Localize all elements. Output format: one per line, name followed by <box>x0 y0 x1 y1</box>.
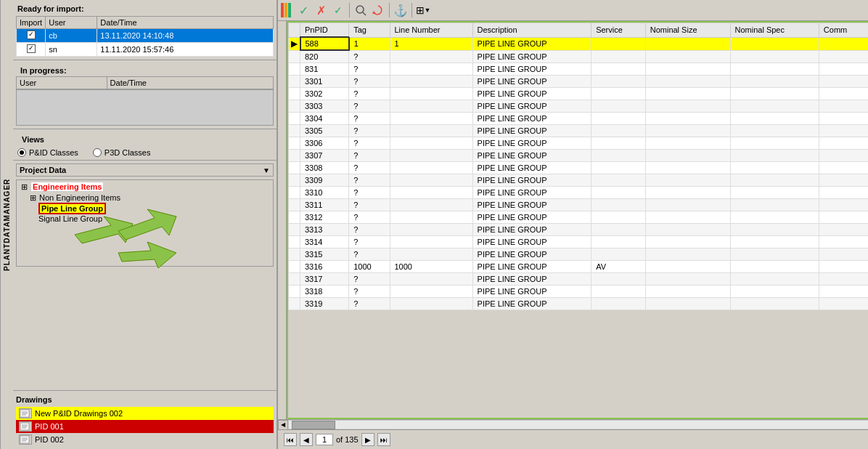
cell-line-number[interactable] <box>390 298 472 310</box>
cell-line-number[interactable] <box>390 76 472 88</box>
cell-tag[interactable]: ? <box>349 187 390 199</box>
cell-nominal-size[interactable] <box>645 199 730 211</box>
cell-pnpid[interactable]: 3306 <box>300 137 349 150</box>
cell-pnpid[interactable]: 3303 <box>300 100 349 113</box>
cell-nominal-spec[interactable] <box>730 174 819 187</box>
check-green-btn[interactable]: ✓ <box>295 2 311 18</box>
cell-pnpid[interactable]: 3317 <box>300 273 349 286</box>
cell-line-number[interactable] <box>390 187 472 199</box>
cell-line-number[interactable] <box>390 224 472 236</box>
views-radio-p3d[interactable]: P3D Classes <box>93 148 151 157</box>
cell-nominal-spec[interactable] <box>730 76 819 88</box>
cell-description[interactable]: PIPE LINE GROUP <box>472 150 591 162</box>
import-row[interactable]: cb 13.11.2020 14:10:48 <box>17 29 274 43</box>
cell-description[interactable]: PIPE LINE GROUP <box>472 162 591 174</box>
cell-line-number[interactable]: 1 <box>390 37 472 50</box>
table-row[interactable]: 3315 ? PIPE LINE GROUP <box>289 248 869 261</box>
cell-nominal-size[interactable] <box>645 174 730 187</box>
cell-nominal-spec[interactable] <box>730 37 819 50</box>
cell-nominal-spec[interactable] <box>730 187 819 199</box>
cell-nominal-size[interactable] <box>645 261 730 273</box>
table-row[interactable]: 3306 ? PIPE LINE GROUP <box>289 137 869 150</box>
cell-comm[interactable] <box>819 236 868 248</box>
table-row[interactable]: 3307 ? PIPE LINE GROUP <box>289 150 869 162</box>
cell-nominal-spec[interactable] <box>730 113 819 125</box>
pid-classes-radio[interactable] <box>17 148 26 157</box>
cell-service[interactable] <box>591 125 646 137</box>
cell-pnpid[interactable]: 3319 <box>300 298 349 310</box>
data-grid[interactable]: PnPID Tag Line Number Description Servic… <box>287 21 868 419</box>
cell-pnpid[interactable]: 3311 <box>300 199 349 211</box>
grid-dropdown-btn[interactable]: ⊞ ▼ <box>415 2 431 18</box>
cell-service[interactable] <box>591 76 646 88</box>
cell-comm[interactable] <box>819 224 868 236</box>
cell-line-number[interactable] <box>390 137 472 150</box>
cell-comm[interactable] <box>819 150 868 162</box>
cell-service[interactable] <box>591 224 646 236</box>
cell-tag[interactable]: ? <box>349 174 390 187</box>
cell-description[interactable]: PIPE LINE GROUP <box>472 37 591 50</box>
cell-service[interactable] <box>591 273 646 286</box>
cell-comm[interactable] <box>819 88 868 100</box>
cell-nominal-spec[interactable] <box>730 248 819 261</box>
tree-item-signal-line-group[interactable]: Signal Line Group <box>18 214 271 224</box>
cell-tag[interactable]: ? <box>349 248 390 261</box>
cell-pnpid[interactable]: 3318 <box>300 286 349 298</box>
tree-item-pipe-line-group[interactable]: Pipe Line Group <box>18 203 271 214</box>
table-row[interactable]: 3312 ? PIPE LINE GROUP <box>289 211 869 224</box>
cell-pnpid[interactable]: 3315 <box>300 248 349 261</box>
cell-nominal-size[interactable] <box>645 224 730 236</box>
cell-line-number[interactable] <box>390 162 472 174</box>
cell-description[interactable]: PIPE LINE GROUP <box>472 76 591 88</box>
cell-nominal-spec[interactable] <box>730 63 819 76</box>
cell-line-number[interactable] <box>390 273 472 286</box>
cell-nominal-size[interactable] <box>645 100 730 113</box>
cell-nominal-spec[interactable] <box>730 273 819 286</box>
cell-nominal-size[interactable] <box>645 286 730 298</box>
cell-line-number[interactable] <box>390 174 472 187</box>
cell-nominal-spec[interactable] <box>730 199 819 211</box>
cell-tag[interactable]: 1 <box>349 37 390 50</box>
search-btn[interactable] <box>353 2 369 18</box>
cell-pnpid[interactable]: 588 <box>300 37 349 50</box>
cell-nominal-size[interactable] <box>645 298 730 310</box>
cell-comm[interactable] <box>819 211 868 224</box>
cell-tag[interactable]: ? <box>349 199 390 211</box>
cell-description[interactable]: PIPE LINE GROUP <box>472 100 591 113</box>
horizontal-scrollbar[interactable]: ◀ ▶ <box>278 419 868 429</box>
cell-nominal-size[interactable] <box>645 211 730 224</box>
cell-nominal-size[interactable] <box>645 137 730 150</box>
cell-service[interactable] <box>591 286 646 298</box>
cell-pnpid[interactable]: 3301 <box>300 76 349 88</box>
prev-page-btn[interactable]: ◀ <box>300 433 313 446</box>
cell-pnpid[interactable]: 3305 <box>300 125 349 137</box>
cell-line-number[interactable] <box>390 50 472 63</box>
cell-comm[interactable] <box>819 125 868 137</box>
cell-description[interactable]: PIPE LINE GROUP <box>472 187 591 199</box>
cell-tag[interactable]: ? <box>349 273 390 286</box>
cell-tag[interactable]: ? <box>349 286 390 298</box>
import-checkbox[interactable] <box>17 29 46 43</box>
table-row[interactable]: 3309 ? PIPE LINE GROUP <box>289 174 869 187</box>
cell-comm[interactable] <box>819 298 868 310</box>
cell-tag[interactable]: ? <box>349 113 390 125</box>
cell-service[interactable] <box>591 162 646 174</box>
cell-line-number[interactable] <box>390 150 472 162</box>
cell-comm[interactable] <box>819 37 868 50</box>
cell-comm[interactable] <box>819 50 868 63</box>
cell-description[interactable]: PIPE LINE GROUP <box>472 174 591 187</box>
cell-service[interactable] <box>591 298 646 310</box>
cell-description[interactable]: PIPE LINE GROUP <box>472 211 591 224</box>
cell-nominal-spec[interactable] <box>730 50 819 63</box>
cell-service[interactable]: AV <box>591 261 646 273</box>
cell-description[interactable]: PIPE LINE GROUP <box>472 298 591 310</box>
table-row[interactable]: 3308 ? PIPE LINE GROUP <box>289 162 869 174</box>
cell-comm[interactable] <box>819 63 868 76</box>
cell-nominal-size[interactable] <box>645 113 730 125</box>
cell-comm[interactable] <box>819 273 868 286</box>
cell-comm[interactable] <box>819 248 868 261</box>
table-row[interactable]: 820 ? PIPE LINE GROUP <box>289 50 869 63</box>
views-radio-pid[interactable]: P&ID Classes <box>17 148 78 157</box>
cell-pnpid[interactable]: 3302 <box>300 88 349 100</box>
cell-service[interactable] <box>591 50 646 63</box>
